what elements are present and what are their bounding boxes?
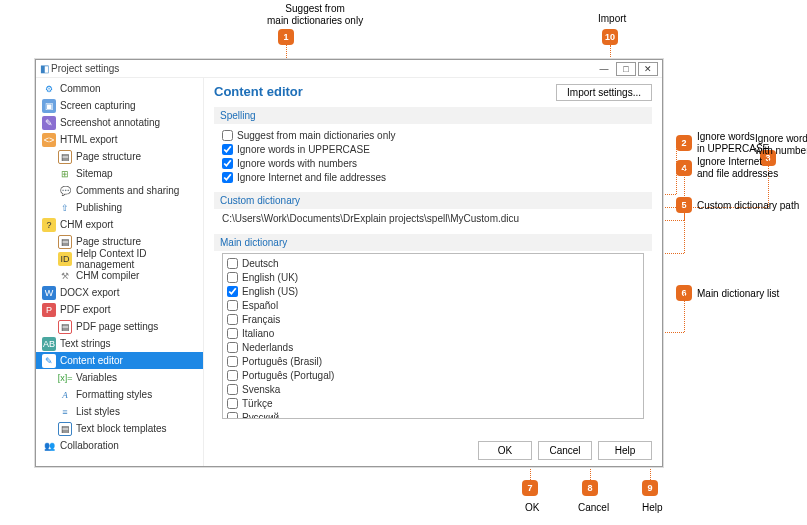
dict-ru[interactable]: Русский [227,410,639,419]
html-icon: <> [42,133,56,147]
dict-en-uk-box[interactable] [227,272,238,283]
dict-pt-pt-box[interactable] [227,370,238,381]
sidebar-label: CHM export [60,219,113,230]
chk-label: Ignore words with numbers [237,158,357,169]
maximize-button[interactable]: □ [616,62,636,76]
dict-label: Nederlands [242,342,293,353]
dict-tr-box[interactable] [227,398,238,409]
dict-label: Deutsch [242,258,279,269]
sidebar-label: Text block templates [76,423,167,434]
dict-de-box[interactable] [227,258,238,269]
cancel-button[interactable]: Cancel [538,441,592,460]
sidebar-label: Text strings [60,338,111,349]
section-spelling: Spelling [214,107,652,124]
dict-en-us[interactable]: English (US) [227,284,639,298]
sidebar-item-list-styles[interactable]: ≡List styles [36,403,203,420]
sidebar-item-collaboration[interactable]: 👥Collaboration [36,437,203,454]
dict-es[interactable]: Español [227,298,639,312]
sidebar-item-help-context[interactable]: IDHelp Context ID management [36,250,203,267]
minimize-button[interactable]: — [594,62,614,76]
chk-label: Ignore Internet and file addresses [237,172,386,183]
help-button[interactable]: Help [598,441,652,460]
annot-5-label: Custom dictionary path [697,200,799,212]
annot-9-badge: 9 [642,480,658,496]
dict-tr[interactable]: Türkçe [227,396,639,410]
dict-pt-br[interactable]: Português (Brasil) [227,354,639,368]
text-strings-icon: AB [42,337,56,351]
sidebar-item-text-block[interactable]: ▤Text block templates [36,420,203,437]
chk-ignore-numbers[interactable]: Ignore words with numbers [222,156,644,170]
page-title: Content editor [214,84,303,99]
docx-icon: W [42,286,56,300]
sidebar-item-common[interactable]: ⚙Common [36,80,203,97]
chk-suggest-main-box[interactable] [222,130,233,141]
sidebar-item-pdf-export[interactable]: PPDF export [36,301,203,318]
chk-ignore-uppercase[interactable]: Ignore words in UPPERCASE [222,142,644,156]
sidebar-label: HTML export [60,134,117,145]
dict-en-us-box[interactable] [227,286,238,297]
sidebar-label: Common [60,83,101,94]
annotate-icon: ✎ [42,116,56,130]
sidebar-item-chm-export[interactable]: ?CHM export [36,216,203,233]
page-icon: ▤ [58,235,72,249]
section-custom-dict: Custom dictionary [214,192,652,209]
sidebar-label: Content editor [60,355,123,366]
sidebar-label: Publishing [76,202,122,213]
sidebar-label: Collaboration [60,440,119,451]
sidebar-label: PDF page settings [76,321,158,332]
chk-ignore-numbers-box[interactable] [222,158,233,169]
sidebar-label: PDF export [60,304,111,315]
sidebar-item-content-editor[interactable]: ✎Content editor [36,352,203,369]
chk-ignore-uppercase-box[interactable] [222,144,233,155]
sidebar-item-comments[interactable]: 💬Comments and sharing [36,182,203,199]
dict-nl[interactable]: Nederlands [227,340,639,354]
ok-button[interactable]: OK [478,441,532,460]
dict-pt-pt[interactable]: Português (Portugal) [227,368,639,382]
list-icon: ≡ [58,405,72,419]
chk-suggest-main[interactable]: Suggest from main dictionaries only [222,128,644,142]
dict-fr[interactable]: Français [227,312,639,326]
dict-en-uk[interactable]: English (UK) [227,270,639,284]
variables-icon: [x]= [58,371,72,385]
sidebar-item-pdf-page[interactable]: ▤PDF page settings [36,318,203,335]
sidebar-label: CHM compiler [76,270,139,281]
sidebar-item-variables[interactable]: [x]=Variables [36,369,203,386]
sidebar-item-screen-capturing[interactable]: ▣Screen capturing [36,97,203,114]
import-settings-button[interactable]: Import settings... [556,84,652,101]
dict-label: English (UK) [242,272,298,283]
dict-it-box[interactable] [227,328,238,339]
annot-4-label: Ignore Internet and file addresses [697,156,778,180]
annot-2-badge: 2 [676,135,692,151]
sidebar-item-docx-export[interactable]: WDOCX export [36,284,203,301]
sidebar-item-publishing[interactable]: ⇧Publishing [36,199,203,216]
dict-it[interactable]: Italiano [227,326,639,340]
chm-icon: ? [42,218,56,232]
chk-label: Ignore words in UPPERCASE [237,144,370,155]
sidebar-item-screenshot-annotating[interactable]: ✎Screenshot annotating [36,114,203,131]
annot-7-badge: 7 [522,480,538,496]
sidebar-item-formatting[interactable]: AFormatting styles [36,386,203,403]
sidebar-item-sitemap[interactable]: ⊞Sitemap [36,165,203,182]
sidebar-label: Comments and sharing [76,185,179,196]
sidebar-item-html-export[interactable]: <>HTML export [36,131,203,148]
dict-fr-box[interactable] [227,314,238,325]
dict-sv-box[interactable] [227,384,238,395]
dict-ru-box[interactable] [227,412,238,420]
dict-es-box[interactable] [227,300,238,311]
titlebar: ◧ Project settings — □ ✕ [36,60,662,78]
dict-label: Español [242,300,278,311]
sidebar-item-page-structure[interactable]: ▤Page structure [36,148,203,165]
dict-sv[interactable]: Svenska [227,382,639,396]
close-button[interactable]: ✕ [638,62,658,76]
annot-8-label: Cancel [578,502,609,514]
sidebar-item-text-strings[interactable]: ABText strings [36,335,203,352]
dict-nl-box[interactable] [227,342,238,353]
chk-ignore-internet[interactable]: Ignore Internet and file addresses [222,170,644,184]
dict-de[interactable]: Deutsch [227,256,639,270]
main-dict-list[interactable]: Deutsch English (UK) English (US) Españo… [222,253,644,419]
sidebar-item-chm-compiler[interactable]: ⚒CHM compiler [36,267,203,284]
sidebar: ⚙Common ▣Screen capturing ✎Screenshot an… [36,78,204,466]
chk-ignore-internet-box[interactable] [222,172,233,183]
sidebar-label: Sitemap [76,168,113,179]
dict-pt-br-box[interactable] [227,356,238,367]
